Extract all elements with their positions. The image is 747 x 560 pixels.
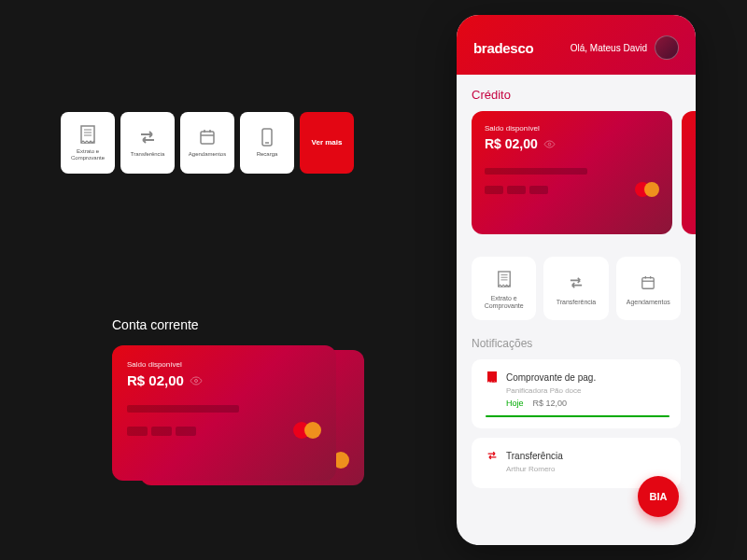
avatar[interactable] (655, 35, 679, 60)
phone-action-row: Extrato e Comprovante Transferência Agen… (472, 257, 681, 320)
action-agendamentos[interactable]: Agendamentos (616, 257, 681, 320)
card-details-mask (127, 427, 196, 436)
credit-card-primary[interactable]: Saldo disponível R$ 02,00 (112, 345, 336, 481)
svg-point-11 (548, 143, 551, 146)
receipt-icon (78, 124, 98, 145)
svg-rect-16 (642, 277, 654, 288)
brand-logo: bradesco (473, 40, 533, 56)
receipt-icon (486, 371, 499, 384)
action-recarga[interactable]: Recarga (240, 112, 294, 174)
credit-card-peek[interactable] (682, 111, 696, 234)
balance-label: Saldo disponível (127, 360, 321, 369)
action-label: Extrato e Comprovante (475, 295, 532, 311)
action-label: Transferência (131, 151, 164, 158)
quick-action-row: Extrato e Comprovante Transferência Agen… (61, 112, 354, 174)
svg-point-10 (194, 379, 197, 382)
action-transferencia[interactable]: Transferência (120, 112, 175, 174)
notification-amount: R$ 12,00 (533, 399, 568, 408)
action-label: Ver mais (312, 138, 343, 147)
action-label: Transferência (557, 299, 597, 306)
notification-subtitle: Panificadora Pão doce (506, 386, 669, 395)
transfer-icon (486, 449, 499, 462)
greeting: Olá, Mateus David (571, 35, 679, 60)
credito-title: Crédito (472, 88, 681, 102)
action-label: Recarga (257, 151, 278, 158)
svg-rect-20 (487, 371, 497, 383)
transfer-icon (566, 273, 586, 293)
action-label: Agendamentos (627, 299, 670, 306)
calendar-icon (197, 127, 218, 147)
notification-title: Comprovante de pag. (506, 372, 596, 383)
action-label: Agendamentos (189, 151, 226, 158)
mastercard-icon (635, 182, 659, 198)
mastercard-icon (293, 422, 321, 441)
svg-rect-4 (201, 132, 214, 144)
eye-icon[interactable] (190, 376, 203, 385)
conta-corrente-section: Conta corrente Saldo disponível R$ 02,00 (112, 317, 383, 485)
balance-label: Saldo disponível (485, 124, 659, 133)
phone-icon (257, 127, 277, 147)
action-extrato[interactable]: Extrato e Comprovante (61, 112, 115, 174)
app-header: bradesco Olá, Mateus David (457, 15, 696, 75)
card-number-mask (127, 405, 239, 413)
card-stack: Saldo disponível R$ 02,00 (112, 345, 383, 485)
notifications-title: Notificações (472, 337, 681, 350)
calendar-icon (638, 273, 658, 293)
action-ver-mais[interactable]: Ver mais (300, 112, 354, 174)
notification-subtitle: Arthur Romero (506, 465, 669, 473)
bia-fab-button[interactable]: BIA (638, 476, 679, 517)
card-carousel[interactable]: Saldo disponível R$ 02,00 (472, 111, 681, 242)
phone-frame: bradesco Olá, Mateus David Crédito Saldo… (457, 15, 696, 545)
action-agendamentos[interactable]: Agendamentos (180, 112, 234, 174)
receipt-icon (494, 269, 514, 289)
action-transferencia[interactable]: Transferência (543, 257, 608, 320)
balance-amount: R$ 02,00 (485, 136, 538, 151)
balance-amount: R$ 02,00 (127, 372, 184, 388)
card-number-mask (485, 168, 587, 175)
transfer-icon (137, 127, 158, 147)
progress-bar (486, 415, 669, 417)
notification-title: Transferência (506, 451, 563, 461)
eye-icon[interactable] (543, 140, 556, 148)
action-extrato[interactable]: Extrato e Comprovante (472, 257, 536, 320)
card-details-mask (485, 186, 548, 194)
notification-date: Hoje (506, 399, 524, 408)
action-label: Extrato e Comprovante (63, 148, 113, 161)
credit-card[interactable]: Saldo disponível R$ 02,00 (472, 111, 672, 234)
notification-item[interactable]: Comprovante de pag. Panificadora Pão doc… (472, 359, 681, 428)
section-title: Conta corrente (112, 317, 383, 332)
